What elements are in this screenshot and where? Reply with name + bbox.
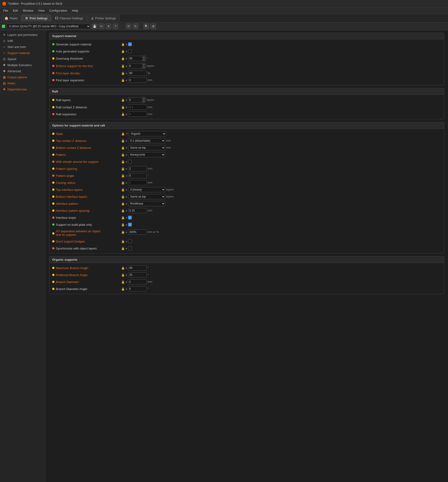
checkbox-support-build-plate-only[interactable] bbox=[128, 223, 132, 226]
spin-enforce-down[interactable]: ▼ bbox=[142, 66, 146, 68]
field-synchronize-object-layers: Synchronize with object layers: 🔒 ● bbox=[49, 245, 444, 252]
input-max-branch-angle[interactable] bbox=[128, 265, 147, 271]
sidebar-item-output-options[interactable]: ▦ Output options bbox=[0, 74, 45, 80]
spin-overhang-down[interactable]: ▼ bbox=[142, 58, 146, 61]
profile-delete-btn[interactable]: ✕ bbox=[106, 24, 111, 29]
lock-raft-expansion[interactable]: 🔒 bbox=[121, 112, 125, 116]
lock-max-branch-angle[interactable]: 🔒 bbox=[121, 266, 125, 270]
input-raft-layers[interactable] bbox=[128, 97, 142, 103]
menu-view[interactable]: View bbox=[36, 8, 47, 13]
undo-btn[interactable]: ↺ bbox=[126, 24, 131, 29]
profile-help-btn[interactable]: ? bbox=[113, 24, 118, 29]
sidebar-item-dependencies[interactable]: ❖ Dependencies bbox=[0, 86, 45, 92]
lock-synchronize-object-layers[interactable]: 🔒 bbox=[121, 247, 125, 250]
select-bottom-interface-layers[interactable]: Same as top 0 1 2 bbox=[128, 194, 165, 199]
lock-dont-support-bridges[interactable]: 🔒 bbox=[121, 240, 125, 243]
lock-branch-diameter-angle[interactable]: 🔒 bbox=[121, 287, 125, 291]
tab-plater[interactable]: 🏠 Plater bbox=[1, 15, 21, 22]
select-top-contact-z[interactable]: 0.1 (detachable) 0 0.2 bbox=[128, 138, 165, 143]
select-top-interface-layers[interactable]: 3 (heavy) 0 1 2 3 bbox=[128, 187, 165, 192]
sidebar-item-layers[interactable]: ≡ Layers and perimeters bbox=[0, 32, 45, 38]
redo-btn[interactable]: ↻ bbox=[133, 24, 138, 29]
checkbox-generate-support[interactable] bbox=[128, 42, 132, 46]
lock-preferred-branch-angle[interactable]: 🔒 bbox=[121, 273, 125, 277]
select-pattern[interactable]: Honeycomb Rectilinear Lines bbox=[128, 152, 165, 157]
sidebar-item-support[interactable]: ○ Support material bbox=[0, 50, 45, 56]
checkbox-interface-loops[interactable] bbox=[128, 216, 132, 219]
lock-branch-diameter[interactable]: 🔒 bbox=[121, 280, 125, 284]
input-first-layer-expansion[interactable] bbox=[128, 78, 147, 83]
lock-first-layer-density[interactable]: 🔒 bbox=[121, 72, 125, 75]
lock-bottom-contact-z[interactable]: 🔒 bbox=[121, 146, 125, 150]
select-bottom-contact-z[interactable]: Same as top 0 0.1 bbox=[128, 145, 165, 150]
lock-top-interface-layers[interactable]: 🔒 bbox=[121, 188, 125, 192]
select-style[interactable]: Organic Grid Snug bbox=[129, 131, 166, 136]
lock-raft-contact-z[interactable]: 🔒 bbox=[121, 105, 125, 109]
spin-enforce-up[interactable]: ▲ bbox=[142, 63, 146, 66]
input-xy-separation[interactable] bbox=[128, 229, 147, 235]
lock-pattern-angle[interactable]: 🔒 bbox=[121, 174, 125, 177]
lock-interface-pattern[interactable]: 🔒 bbox=[121, 202, 125, 205]
field-top-interface-layers: Top interface layers: 🔒 ● 3 (heavy) 0 1 … bbox=[49, 186, 444, 193]
lock-top-contact-z[interactable]: 🔒 bbox=[121, 139, 125, 143]
lock-support-build-plate-only[interactable]: 🔒 bbox=[121, 223, 125, 226]
input-pattern-spacing[interactable] bbox=[128, 166, 147, 171]
menu-window[interactable]: Window bbox=[21, 8, 35, 13]
input-first-layer-density[interactable] bbox=[128, 71, 147, 76]
select-interface-pattern[interactable]: Rectilinear Honeycomb Concentric bbox=[128, 201, 165, 206]
profile-save-btn[interactable]: 💾 bbox=[92, 24, 97, 29]
lock-with-sheath[interactable]: 🔒 bbox=[121, 160, 125, 164]
menu-edit[interactable]: Edit bbox=[11, 8, 20, 13]
lock-interface-loops[interactable]: 🔒 bbox=[121, 216, 125, 219]
input-enforce-support[interactable] bbox=[128, 63, 142, 68]
menu-file[interactable]: File bbox=[1, 8, 10, 13]
sidebar-item-skirt[interactable]: ○ Skirt and brim bbox=[0, 44, 45, 50]
spin-raft-down[interactable]: ▼ bbox=[142, 100, 146, 103]
tab-print-settings[interactable]: ⚙ Print Settings bbox=[22, 15, 51, 22]
lock-pattern-spacing[interactable]: 🔒 bbox=[121, 167, 125, 170]
tab-filament-settings[interactable]: 🎞 Filament Settings bbox=[51, 15, 86, 22]
field-preferred-branch-angle: Preferred Branch Angle: 🔒 ● ° bbox=[49, 271, 444, 278]
checkbox-auto-generated[interactable] bbox=[128, 49, 132, 53]
sidebar-item-infill[interactable]: ◇ Infill bbox=[0, 38, 45, 44]
lock-enforce-support[interactable]: 🔒 bbox=[121, 64, 125, 68]
input-preferred-branch-angle[interactable] bbox=[128, 272, 147, 277]
search-btn[interactable]: 🔍 bbox=[143, 24, 149, 29]
sidebar-item-speed[interactable]: ◷ Speed bbox=[0, 56, 45, 62]
input-raft-contact-z[interactable] bbox=[128, 104, 147, 110]
reset-style[interactable]: ↺ bbox=[126, 132, 128, 135]
lock-style[interactable]: 🔒 bbox=[121, 132, 125, 136]
input-pattern-angle[interactable] bbox=[128, 173, 147, 178]
lock-generate-support[interactable]: 🔒 bbox=[121, 43, 125, 46]
lock-interface-pattern-spacing[interactable]: 🔒 bbox=[121, 209, 125, 212]
sidebar-item-advanced[interactable]: ❖ Advanced bbox=[0, 68, 45, 74]
tab-printer-settings[interactable]: 🖨 Printer Settings bbox=[87, 15, 119, 22]
lock-xy-separation[interactable]: 🔒 bbox=[121, 230, 125, 234]
spin-overhang-up[interactable]: ▲ bbox=[142, 56, 146, 58]
sidebar-item-multiple-extruders[interactable]: ❖ Multiple Extruders bbox=[0, 62, 45, 68]
advanced-btn[interactable]: ⚙ bbox=[150, 24, 156, 29]
lock-overhang[interactable]: 🔒 bbox=[121, 57, 125, 60]
input-interface-pattern-spacing[interactable] bbox=[128, 208, 147, 213]
input-branch-diameter[interactable] bbox=[128, 279, 147, 284]
input-branch-diameter-angle[interactable] bbox=[128, 286, 147, 291]
spin-raft-up[interactable]: ▲ bbox=[142, 97, 146, 100]
menu-configuration[interactable]: Configuration bbox=[47, 8, 69, 13]
lock-first-layer-expansion[interactable]: 🔒 bbox=[121, 79, 125, 82]
profile-edit-btn[interactable]: ✏ bbox=[99, 24, 104, 29]
sidebar-item-notes[interactable]: ▤ Notes bbox=[0, 80, 45, 86]
lock-auto-generated[interactable]: 🔒 bbox=[121, 50, 125, 53]
input-overhang[interactable] bbox=[128, 56, 142, 61]
checkbox-dont-support-bridges[interactable] bbox=[128, 240, 132, 243]
lock-pattern[interactable]: 🔒 bbox=[121, 153, 125, 157]
profile-select[interactable]: 0.16mm QUALITY @0.25 nozzle MK3 - Copy (… bbox=[7, 24, 90, 29]
menu-help[interactable]: Help bbox=[70, 8, 80, 13]
checkbox-synchronize-object-layers[interactable] bbox=[128, 247, 132, 250]
checkbox-with-sheath[interactable] bbox=[128, 160, 132, 164]
input-closing-radius[interactable] bbox=[128, 180, 147, 185]
lock-raft-layers[interactable]: 🔒 bbox=[121, 98, 125, 102]
input-raft-expansion[interactable] bbox=[128, 112, 147, 117]
controls-style: 🔒 ↺ Organic Grid Snug bbox=[121, 131, 441, 136]
lock-closing-radius[interactable]: 🔒 bbox=[121, 181, 125, 185]
lock-bottom-interface-layers[interactable]: 🔒 bbox=[121, 195, 125, 199]
